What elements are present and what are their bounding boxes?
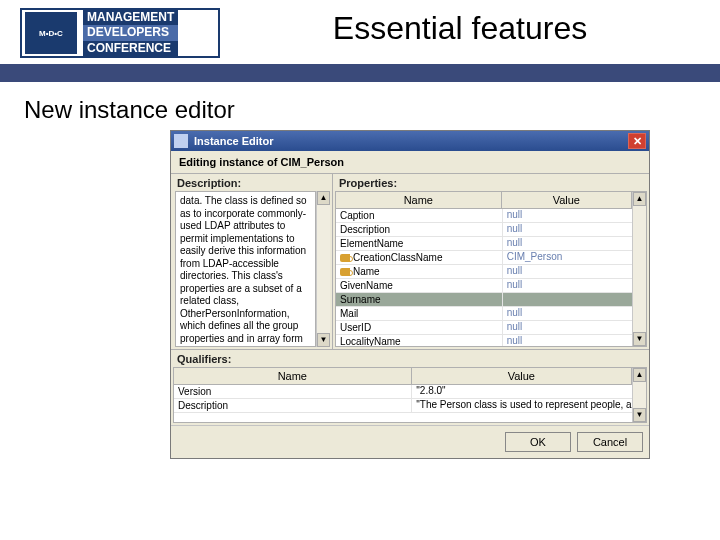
- property-value-cell[interactable]: CIM_Person: [503, 251, 632, 264]
- qualifier-name-cell[interactable]: Description: [174, 399, 412, 412]
- table-row[interactable]: Mailnull: [336, 307, 632, 321]
- scroll-down-button[interactable]: ▼: [633, 332, 646, 346]
- scroll-up-button[interactable]: ▲: [633, 192, 646, 206]
- qual-header-name[interactable]: Name: [174, 368, 412, 384]
- slide-header: M•D•C MANAGEMENT DEVELOPERS CONFERENCE E…: [0, 0, 720, 58]
- property-value-cell[interactable]: null: [503, 321, 632, 334]
- window-titlebar[interactable]: Instance Editor ✕: [171, 131, 649, 151]
- window-title: Instance Editor: [194, 135, 628, 147]
- property-name-cell[interactable]: CreationClassName: [336, 251, 503, 264]
- qualifier-value-cell[interactable]: "The Person class is used to represent p…: [412, 399, 632, 412]
- mdc-logo: M•D•C MANAGEMENT DEVELOPERS CONFERENCE: [20, 8, 220, 58]
- editing-instance-label: Editing instance of CIM_Person: [171, 151, 649, 174]
- table-row[interactable]: Surname: [336, 293, 632, 307]
- properties-panel: Properties: Name Value CaptionnullDescri…: [333, 174, 649, 349]
- properties-label: Properties:: [333, 174, 649, 191]
- prop-header-value[interactable]: Value: [502, 192, 632, 208]
- logo-line1: MANAGEMENT: [83, 10, 178, 25]
- logo-icon: M•D•C: [25, 12, 77, 54]
- property-name-cell[interactable]: Description: [336, 223, 503, 236]
- button-row: OK Cancel: [171, 425, 649, 458]
- property-value-cell[interactable]: null: [503, 237, 632, 250]
- slide-subtitle: New instance editor: [0, 82, 720, 130]
- property-value-cell[interactable]: null: [503, 265, 632, 278]
- qualifiers-panel: Qualifiers: Name Value Version"2.8.0"Des…: [171, 349, 649, 423]
- description-text[interactable]: data. The class is defined so as to inco…: [175, 191, 316, 347]
- table-row[interactable]: Captionnull: [336, 209, 632, 223]
- description-label: Description:: [171, 174, 332, 191]
- property-name-cell[interactable]: Caption: [336, 209, 503, 222]
- key-icon: [340, 254, 350, 262]
- description-scrollbar[interactable]: ▲ ▼: [316, 191, 330, 347]
- scroll-up-button[interactable]: ▲: [633, 368, 646, 382]
- ok-button[interactable]: OK: [505, 432, 571, 452]
- logo-line2: DEVELOPERS: [83, 25, 178, 40]
- close-button[interactable]: ✕: [628, 133, 646, 149]
- table-row[interactable]: Version"2.8.0": [174, 385, 632, 399]
- table-row[interactable]: LocalityNamenull: [336, 335, 632, 346]
- table-row[interactable]: Description"The Person class is used to …: [174, 399, 632, 413]
- properties-scrollbar[interactable]: ▲ ▼: [632, 192, 646, 346]
- table-row[interactable]: Namenull: [336, 265, 632, 279]
- property-value-cell[interactable]: null: [503, 335, 632, 346]
- instance-editor-window: Instance Editor ✕ Editing instance of CI…: [170, 130, 650, 459]
- scroll-track[interactable]: [317, 205, 330, 333]
- prop-header-name[interactable]: Name: [336, 192, 502, 208]
- scroll-up-button[interactable]: ▲: [317, 191, 330, 205]
- slide-divider: [0, 64, 720, 82]
- property-value-cell[interactable]: null: [503, 307, 632, 320]
- property-name-cell[interactable]: Surname: [336, 293, 503, 306]
- table-row[interactable]: GivenNamenull: [336, 279, 632, 293]
- properties-table[interactable]: Name Value CaptionnullDescriptionnullEle…: [336, 192, 632, 346]
- property-value-cell[interactable]: [503, 293, 632, 306]
- table-row[interactable]: ElementNamenull: [336, 237, 632, 251]
- table-row[interactable]: UserIDnull: [336, 321, 632, 335]
- property-name-cell[interactable]: Name: [336, 265, 503, 278]
- logo-line3: CONFERENCE: [83, 41, 178, 56]
- property-name-cell[interactable]: Mail: [336, 307, 503, 320]
- property-name-cell[interactable]: ElementName: [336, 237, 503, 250]
- table-row[interactable]: CreationClassNameCIM_Person: [336, 251, 632, 265]
- qualifiers-label: Qualifiers:: [171, 350, 649, 367]
- qualifiers-scrollbar[interactable]: ▲ ▼: [632, 368, 646, 422]
- scroll-down-button[interactable]: ▼: [633, 408, 646, 422]
- key-icon: [340, 268, 350, 276]
- scroll-track[interactable]: [633, 382, 646, 408]
- close-icon: ✕: [633, 135, 642, 148]
- qual-header-value[interactable]: Value: [412, 368, 632, 384]
- table-row[interactable]: Descriptionnull: [336, 223, 632, 237]
- property-value-cell[interactable]: null: [503, 223, 632, 236]
- slide-title: Essential features: [220, 8, 700, 47]
- property-value-cell[interactable]: null: [503, 279, 632, 292]
- property-value-cell[interactable]: null: [503, 209, 632, 222]
- window-icon: [174, 134, 188, 148]
- property-name-cell[interactable]: LocalityName: [336, 335, 503, 346]
- scroll-down-button[interactable]: ▼: [317, 333, 330, 347]
- qualifier-value-cell[interactable]: "2.8.0": [412, 385, 632, 398]
- cancel-button[interactable]: Cancel: [577, 432, 643, 452]
- qualifiers-table[interactable]: Name Value Version"2.8.0"Description"The…: [174, 368, 632, 422]
- description-panel: Description: data. The class is defined …: [171, 174, 333, 349]
- property-name-cell[interactable]: GivenName: [336, 279, 503, 292]
- qualifier-name-cell[interactable]: Version: [174, 385, 412, 398]
- scroll-track[interactable]: [633, 206, 646, 332]
- property-name-cell[interactable]: UserID: [336, 321, 503, 334]
